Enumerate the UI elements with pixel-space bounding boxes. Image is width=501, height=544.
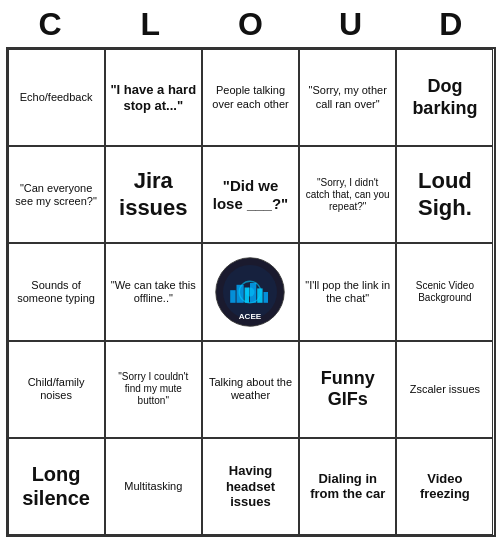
cell-4-5[interactable]: Zscaler issues <box>396 341 493 438</box>
bingo-header: C L O U D <box>0 0 501 47</box>
acee-logo: ACEE <box>214 256 286 328</box>
cell-1-5[interactable]: Dog barking <box>396 49 493 146</box>
cell-3-5[interactable]: Scenic Video Background <box>396 243 493 340</box>
cell-5-3[interactable]: Having headset issues <box>202 438 299 535</box>
cell-4-3[interactable]: Talking about the weather <box>202 341 299 438</box>
cell-1-4[interactable]: "Sorry, my other call ran over" <box>299 49 396 146</box>
bingo-grid: Echo/feedback "I have a hard stop at..."… <box>6 47 496 537</box>
cell-1-1[interactable]: Echo/feedback <box>8 49 105 146</box>
cell-3-1[interactable]: Sounds of someone typing <box>8 243 105 340</box>
cell-5-5[interactable]: Video freezing <box>396 438 493 535</box>
cell-4-2[interactable]: "Sorry I couldn't find my mute button" <box>105 341 202 438</box>
cell-4-4[interactable]: Funny GIFs <box>299 341 396 438</box>
header-letter-o: O <box>205 6 295 43</box>
cell-2-3[interactable]: "Did we lose ___?" <box>202 146 299 243</box>
cell-1-2[interactable]: "I have a hard stop at..." <box>105 49 202 146</box>
cell-1-3[interactable]: People talking over each other <box>202 49 299 146</box>
cell-2-4[interactable]: "Sorry, I didn't catch that, can you rep… <box>299 146 396 243</box>
svg-rect-7 <box>264 292 269 303</box>
svg-point-9 <box>246 287 255 296</box>
cell-2-5[interactable]: Loud Sigh. <box>396 146 493 243</box>
cell-5-2[interactable]: Multitasking <box>105 438 202 535</box>
cell-3-2[interactable]: "We can take this offline.." <box>105 243 202 340</box>
header-letter-l: L <box>105 6 195 43</box>
cell-4-1[interactable]: Child/family noises <box>8 341 105 438</box>
cell-5-1[interactable]: Long silence <box>8 438 105 535</box>
header-letter-u: U <box>306 6 396 43</box>
cell-2-1[interactable]: "Can everyone see my screen?" <box>8 146 105 243</box>
cell-3-3-logo[interactable]: ACEE <box>202 243 299 340</box>
svg-text:ACEE: ACEE <box>239 312 262 321</box>
svg-rect-2 <box>231 290 236 303</box>
cell-2-2[interactable]: Jira issues <box>105 146 202 243</box>
cell-3-4[interactable]: "I'll pop the link in the chat" <box>299 243 396 340</box>
header-letter-d: D <box>406 6 496 43</box>
cell-5-4[interactable]: Dialing in from the car <box>299 438 396 535</box>
header-letter-c: C <box>5 6 95 43</box>
